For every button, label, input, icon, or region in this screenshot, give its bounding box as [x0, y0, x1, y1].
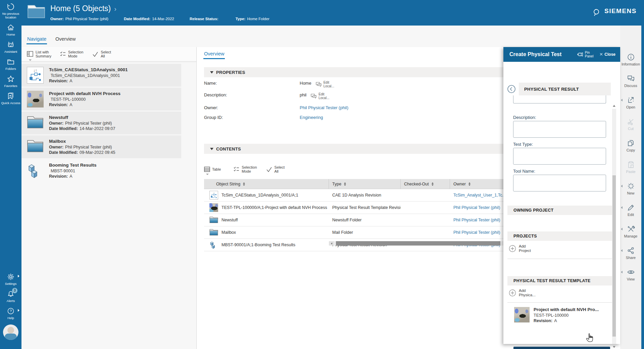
cae-analysis-icon: ↓↑: [27, 67, 44, 84]
collapse-triangle-icon: [210, 71, 213, 74]
selection-mode-button[interactable]: SelectionMode: [60, 50, 83, 58]
edit-local-button[interactable]: EditLocal...: [315, 81, 334, 88]
list-item[interactable]: Mailbox Owner:Phil Physical Tester (phil…: [21, 135, 181, 158]
create-button[interactable]: Create: [513, 347, 610, 349]
group-link[interactable]: Engineering: [300, 115, 323, 122]
command-rail: Information Discuss Open Cut Copy Paste …: [620, 26, 644, 349]
rail-open[interactable]: Open: [620, 96, 641, 118]
cell-type: Mail Folder: [329, 230, 401, 235]
gear-icon: [7, 273, 15, 281]
nav-favorites[interactable]: Favorites: [0, 75, 21, 88]
folder-icon: [27, 115, 44, 131]
select-all-icon: [266, 166, 273, 172]
column-header-type[interactable]: Type: [329, 179, 401, 189]
nav-quick-access[interactable]: Quick Access: [0, 92, 21, 105]
rail-copy[interactable]: Copy: [620, 139, 641, 161]
column-header-checked-out[interactable]: Checked-Out: [401, 179, 450, 189]
tool-name-textarea[interactable]: [513, 175, 606, 191]
cell-object-string: Mailbox: [221, 230, 236, 235]
list-item[interactable]: ↓↑ TcSim_CAEStatus_1DAnalysis_0001 TcSim…: [21, 64, 181, 87]
owner-link[interactable]: Phil Physical Tester (phil): [300, 105, 348, 112]
view-eye-icon: [627, 268, 635, 276]
nav-home[interactable]: Home: [0, 24, 21, 36]
panel-title-bar: Create Physical Test PinPanel × Close: [503, 47, 620, 62]
sort-icon: [468, 182, 471, 186]
nav-assistant[interactable]: Assistant: [0, 41, 21, 53]
cell-type: Physical Test Result Template Revision: [329, 205, 401, 210]
dropdown-caret-icon: [29, 59, 32, 61]
tab-overview[interactable]: Overview: [55, 36, 76, 42]
flyout-chevron-icon: [621, 206, 623, 209]
select-all-button[interactable]: SelectAll: [92, 50, 111, 58]
list-item[interactable]: Newstuff Owner:Phil Physical Tester (phi…: [21, 112, 181, 134]
rail-information[interactable]: Information: [620, 53, 641, 75]
flyout-chevron-icon: [621, 271, 623, 273]
rail-share[interactable]: Share: [620, 247, 641, 268]
edit-local-button[interactable]: EditLocal...: [310, 92, 329, 100]
nav-help[interactable]: ? Help: [0, 307, 21, 320]
panel-title: Create Physical Test: [503, 51, 577, 57]
page-title: Home (5 Objects)›: [50, 4, 116, 13]
selection-mode-icon: [60, 51, 66, 57]
owner-label: Owner:: [50, 17, 64, 21]
alerts-badge: 3: [12, 288, 17, 293]
scrollbar-thumb[interactable]: [612, 175, 616, 337]
add-template-button[interactable]: AddPhysica...: [509, 289, 536, 297]
sort-icon: [243, 182, 245, 186]
test-type-textarea[interactable]: [513, 148, 606, 165]
rail-manage[interactable]: Manage: [620, 225, 641, 247]
subtab-overview[interactable]: Overview: [204, 51, 224, 56]
list-item[interactable]: Project with default NVH Process TEST-TP…: [21, 88, 181, 111]
nav-no-previous-location[interactable]: No previous location: [0, 3, 21, 19]
cubes-icon: [27, 162, 44, 179]
cell-type: Newstuff Folder: [329, 218, 401, 222]
selection-mode-button[interactable]: SelectionMode: [234, 165, 257, 173]
owner-value: Phil Physical Tester (phil): [65, 17, 108, 21]
new-spark-icon: [627, 182, 635, 190]
manage-tools-icon: [627, 225, 635, 233]
table-view-button[interactable]: Table: [204, 166, 221, 172]
add-project-button[interactable]: AddProject: [509, 244, 531, 253]
scroll-up-arrow-icon[interactable]: [613, 105, 615, 107]
panel-vertical-scrollbar[interactable]: [612, 109, 616, 344]
home-icon: [7, 24, 15, 32]
nav-alerts[interactable]: 3 Alerts: [0, 290, 21, 303]
open-icon: [627, 96, 635, 104]
scrollbar-thumb[interactable]: [336, 241, 500, 246]
select-all-icon: [92, 51, 99, 57]
nav-folders[interactable]: Folders: [0, 58, 21, 71]
pin-icon: [577, 51, 583, 57]
template-item[interactable]: Project with default NVH Pro... TEST-TPL…: [514, 307, 599, 323]
scroll-left-arrow-icon[interactable]: [329, 241, 334, 246]
tool-name-label: Tool Name:: [513, 169, 535, 174]
column-header-object-string[interactable]: Object String: [204, 179, 329, 189]
copy-icon: [627, 139, 635, 147]
flyout-chevron-icon: [621, 185, 623, 187]
robot-icon: [7, 41, 15, 49]
item-title: Project with default NVH Process: [49, 91, 120, 96]
template-section-header: PHYSICAL TEST RESULT TEMPLATE: [507, 276, 612, 286]
select-all-button[interactable]: SelectAll: [266, 165, 285, 173]
close-panel-button[interactable]: × Close: [599, 51, 615, 58]
left-navigation-sidebar: No previous location Home Assistant Fold…: [0, 0, 21, 349]
search-icon[interactable]: [592, 8, 601, 17]
user-avatar[interactable]: [3, 324, 18, 340]
property-value: phil: [300, 92, 306, 97]
pin-panel-button[interactable]: PinPanel: [577, 51, 594, 58]
scrolled-field-partial[interactable]: [513, 95, 606, 103]
rail-view[interactable]: View: [620, 268, 641, 290]
rail-discuss[interactable]: Discuss: [620, 75, 641, 96]
rail-new[interactable]: New: [620, 182, 641, 204]
list-with-summary-button[interactable]: List withSummary: [27, 50, 51, 58]
scroll-down-arrow-icon[interactable]: [613, 346, 615, 348]
object-list-panel: List withSummary SelectionMode SelectAll…: [21, 47, 197, 349]
description-textarea[interactable]: [513, 121, 606, 138]
rail-edit[interactable]: Edit: [620, 204, 641, 225]
tab-navigate[interactable]: Navigate: [27, 36, 46, 42]
svg-text:?: ?: [10, 309, 12, 313]
property-row: Owner: Phil Physical Tester (phil): [204, 105, 540, 112]
back-arrow-icon[interactable]: [507, 85, 516, 93]
list-item[interactable]: Booming Test Results MBST-90001 Revision…: [21, 159, 181, 182]
title-chevron-icon[interactable]: ›: [114, 5, 116, 12]
nav-settings[interactable]: Settings: [0, 273, 21, 286]
